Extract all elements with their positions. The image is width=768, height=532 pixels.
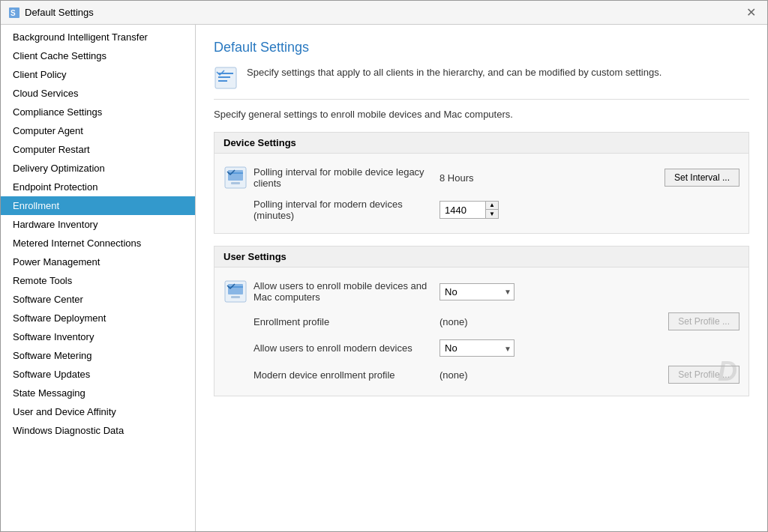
- device-settings-content: Polling interval for mobile device legac…: [214, 154, 748, 233]
- main-content: Default Settings Specify settings that a…: [196, 25, 767, 531]
- sidebar-item-hardware-inventory[interactable]: Hardware Inventory: [1, 215, 195, 234]
- subtitle: Specify general settings to enroll mobil…: [214, 109, 749, 120]
- main-window: S Default Settings ✕ Background Intellig…: [0, 0, 768, 532]
- sidebar-item-client-policy[interactable]: Client Policy: [1, 65, 195, 84]
- enroll-modern-dropdown-wrap: No Yes ▼: [440, 339, 514, 357]
- enroll-mobile-dropdown-wrap: No Yes ▼: [440, 283, 514, 300]
- header-section: Specify settings that apply to all clien…: [214, 66, 749, 100]
- sidebar-item-software-inventory[interactable]: Software Inventory: [1, 327, 195, 346]
- sidebar: Background Intelligent TransferClient Ca…: [1, 25, 196, 531]
- modern-profile-label: Modern device enrollment profile: [254, 369, 434, 381]
- polling-legacy-label: Polling interval for mobile device legac…: [254, 166, 434, 189]
- sidebar-item-compliance-settings[interactable]: Compliance Settings: [1, 103, 195, 121]
- watermark: D: [718, 356, 737, 387]
- header-icon: [214, 66, 238, 90]
- sidebar-item-user-and-device-affinity[interactable]: User and Device Affinity: [1, 402, 195, 421]
- sidebar-item-software-metering[interactable]: Software Metering: [1, 346, 195, 365]
- sidebar-item-background-intelligent-transfer[interactable]: Background Intelligent Transfer: [1, 28, 195, 46]
- close-button[interactable]: ✕: [742, 4, 760, 22]
- modern-profile-row: Modern device enrollment profile (none) …: [224, 361, 740, 388]
- polling-modern-row: Polling interval for modern devices (min…: [224, 194, 740, 226]
- sidebar-item-software-center[interactable]: Software Center: [1, 290, 195, 309]
- user-settings-section: User Settings Allow users to enro: [214, 246, 749, 396]
- main-content-wrapper: Default Settings Specify settings that a…: [214, 40, 749, 396]
- user-settings-content: Allow users to enroll mobile devices and…: [214, 267, 748, 396]
- device-icon-1: [224, 166, 248, 190]
- polling-modern-label: Polling interval for modern devices (min…: [254, 199, 434, 221]
- spinner-up-button[interactable]: ▲: [486, 202, 498, 210]
- enrollment-profile-value: (none): [440, 316, 514, 327]
- enrollment-profile-row: Enrollment profile (none) Set Profile ..…: [224, 308, 740, 335]
- sidebar-item-cloud-services[interactable]: Cloud Services: [1, 84, 195, 103]
- svg-text:S: S: [10, 9, 16, 17]
- enroll-mobile-row: Allow users to enroll mobile devices and…: [224, 275, 740, 308]
- set-profile-button-1[interactable]: Set Profile ...: [668, 312, 740, 330]
- sidebar-item-power-management[interactable]: Power Management: [1, 253, 195, 271]
- title-bar-left: S Default Settings: [8, 7, 94, 19]
- spinner-down-button[interactable]: ▼: [486, 210, 498, 218]
- sidebar-item-enrollment[interactable]: Enrollment: [1, 196, 195, 215]
- polling-legacy-value: 8 Hours: [440, 172, 514, 184]
- polling-legacy-row: Polling interval for mobile device legac…: [224, 161, 740, 194]
- enrollment-profile-label: Enrollment profile: [254, 316, 434, 327]
- modern-profile-value: (none): [440, 369, 514, 381]
- set-profile-action-1: Set Profile ...: [668, 312, 740, 330]
- sidebar-item-endpoint-protection[interactable]: Endpoint Protection: [1, 178, 195, 196]
- sidebar-item-client-cache-settings[interactable]: Client Cache Settings: [1, 46, 195, 65]
- sidebar-item-computer-restart[interactable]: Computer Restart: [1, 140, 195, 159]
- content-area: Background Intelligent TransferClient Ca…: [1, 25, 767, 531]
- enroll-modern-dropdown[interactable]: No Yes: [440, 339, 514, 357]
- window-title: Default Settings: [25, 7, 94, 18]
- user-icon-1: [224, 279, 248, 303]
- sidebar-item-software-deployment[interactable]: Software Deployment: [1, 309, 195, 327]
- svg-rect-8: [231, 182, 240, 184]
- page-title: Default Settings: [214, 40, 749, 55]
- svg-rect-12: [231, 296, 240, 298]
- spinner-buttons: ▲ ▼: [485, 202, 498, 218]
- device-settings-section: Device Settings Polling interval f: [214, 132, 749, 234]
- title-bar: S Default Settings ✕: [1, 1, 767, 25]
- sidebar-item-remote-tools[interactable]: Remote Tools: [1, 271, 195, 290]
- enroll-mobile-dropdown[interactable]: No Yes: [440, 283, 514, 300]
- enroll-mobile-label: Allow users to enroll mobile devices and…: [254, 280, 434, 303]
- device-settings-header: Device Settings: [214, 133, 748, 154]
- sidebar-item-state-messaging[interactable]: State Messaging: [1, 384, 195, 402]
- enroll-modern-row: Allow users to enroll modern devices No …: [224, 335, 740, 361]
- sidebar-item-delivery-optimization[interactable]: Delivery Optimization: [1, 159, 195, 178]
- set-interval-action: Set Interval ...: [664, 169, 740, 187]
- sidebar-item-software-updates[interactable]: Software Updates: [1, 365, 195, 384]
- user-settings-header: User Settings: [214, 247, 748, 267]
- enroll-modern-label: Allow users to enroll modern devices: [254, 342, 434, 354]
- sidebar-item-metered-internet-connections[interactable]: Metered Internet Connections: [1, 234, 195, 253]
- window-icon: S: [8, 7, 20, 19]
- polling-modern-input[interactable]: [440, 202, 485, 218]
- polling-modern-spinner: ▲ ▼: [440, 201, 499, 219]
- header-description: Specify settings that apply to all clien…: [247, 66, 662, 79]
- sidebar-item-computer-agent[interactable]: Computer Agent: [1, 121, 195, 140]
- sidebar-item-windows-diagnostic-data[interactable]: Windows Diagnostic Data: [1, 421, 195, 440]
- set-interval-button[interactable]: Set Interval ...: [664, 169, 740, 187]
